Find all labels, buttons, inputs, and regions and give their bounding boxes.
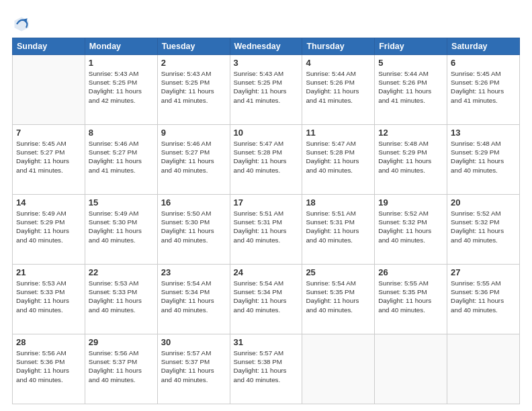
calendar-cell: 24Sunrise: 5:54 AM Sunset: 5:34 PM Dayli… [230, 265, 302, 334]
day-number: 17 [234, 197, 299, 208]
day-number: 29 [89, 337, 154, 347]
day-info: Sunrise: 5:54 AM Sunset: 5:34 PM Dayligh… [161, 279, 226, 314]
calendar-cell: 25Sunrise: 5:54 AM Sunset: 5:35 PM Dayli… [302, 265, 375, 334]
calendar-cell: 28Sunrise: 5:56 AM Sunset: 5:36 PM Dayli… [13, 334, 85, 404]
calendar-cell: 7Sunrise: 5:45 AM Sunset: 5:27 PM Daylig… [13, 125, 85, 195]
day-info: Sunrise: 5:48 AM Sunset: 5:29 PM Dayligh… [451, 139, 516, 175]
weekday-header-thursday: Thursday [302, 38, 375, 55]
day-info: Sunrise: 5:56 AM Sunset: 5:36 PM Dayligh… [16, 349, 81, 384]
day-info: Sunrise: 5:46 AM Sunset: 5:27 PM Dayligh… [161, 139, 226, 175]
day-info: Sunrise: 5:44 AM Sunset: 5:26 PM Dayligh… [306, 69, 371, 105]
calendar-cell: 3Sunrise: 5:43 AM Sunset: 5:25 PM Daylig… [230, 55, 302, 125]
calendar-cell: 20Sunrise: 5:52 AM Sunset: 5:32 PM Dayli… [447, 195, 520, 265]
day-number: 18 [306, 197, 371, 208]
day-info: Sunrise: 5:46 AM Sunset: 5:27 PM Dayligh… [89, 139, 154, 175]
calendar-cell: 2Sunrise: 5:43 AM Sunset: 5:25 PM Daylig… [157, 55, 230, 125]
day-info: Sunrise: 5:50 AM Sunset: 5:30 PM Dayligh… [161, 209, 226, 244]
calendar-cell: 22Sunrise: 5:53 AM Sunset: 5:33 PM Dayli… [85, 265, 157, 334]
weekday-header-row: SundayMondayTuesdayWednesdayThursdayFrid… [13, 38, 520, 55]
calendar-cell [375, 334, 447, 404]
calendar-week-row: 21Sunrise: 5:53 AM Sunset: 5:33 PM Dayli… [13, 265, 520, 334]
day-number: 23 [161, 267, 226, 277]
day-info: Sunrise: 5:52 AM Sunset: 5:32 PM Dayligh… [378, 209, 443, 244]
day-info: Sunrise: 5:48 AM Sunset: 5:29 PM Dayligh… [378, 139, 443, 175]
day-info: Sunrise: 5:43 AM Sunset: 5:25 PM Dayligh… [161, 69, 226, 105]
day-number: 15 [89, 197, 154, 208]
day-info: Sunrise: 5:44 AM Sunset: 5:26 PM Dayligh… [378, 69, 443, 105]
calendar-cell: 16Sunrise: 5:50 AM Sunset: 5:30 PM Dayli… [157, 195, 230, 265]
day-number: 9 [161, 128, 226, 138]
day-number: 7 [16, 128, 81, 138]
day-number: 6 [451, 58, 516, 68]
day-info: Sunrise: 5:54 AM Sunset: 5:34 PM Dayligh… [234, 279, 299, 314]
day-info: Sunrise: 5:55 AM Sunset: 5:35 PM Dayligh… [378, 279, 443, 314]
calendar-cell [302, 334, 375, 404]
weekday-header-monday: Monday [85, 38, 157, 55]
calendar-week-row: 28Sunrise: 5:56 AM Sunset: 5:36 PM Dayli… [13, 334, 520, 404]
calendar-cell: 12Sunrise: 5:48 AM Sunset: 5:29 PM Dayli… [375, 125, 447, 195]
calendar-cell: 6Sunrise: 5:45 AM Sunset: 5:26 PM Daylig… [447, 55, 520, 125]
calendar-cell: 19Sunrise: 5:52 AM Sunset: 5:32 PM Dayli… [375, 195, 447, 265]
day-info: Sunrise: 5:53 AM Sunset: 5:33 PM Dayligh… [89, 279, 154, 314]
day-info: Sunrise: 5:51 AM Sunset: 5:31 PM Dayligh… [306, 209, 371, 244]
calendar-week-row: 1Sunrise: 5:43 AM Sunset: 5:25 PM Daylig… [13, 55, 520, 125]
day-info: Sunrise: 5:54 AM Sunset: 5:35 PM Dayligh… [306, 279, 371, 314]
day-number: 26 [378, 267, 443, 277]
calendar-week-row: 14Sunrise: 5:49 AM Sunset: 5:29 PM Dayli… [13, 195, 520, 265]
day-info: Sunrise: 5:52 AM Sunset: 5:32 PM Dayligh… [451, 209, 516, 244]
calendar-cell: 26Sunrise: 5:55 AM Sunset: 5:35 PM Dayli… [375, 265, 447, 334]
day-number: 25 [306, 267, 371, 277]
weekday-header-friday: Friday [375, 38, 447, 55]
weekday-header-tuesday: Tuesday [157, 38, 230, 55]
day-info: Sunrise: 5:47 AM Sunset: 5:28 PM Dayligh… [306, 139, 371, 175]
day-number: 19 [378, 197, 443, 208]
day-info: Sunrise: 5:43 AM Sunset: 5:25 PM Dayligh… [234, 69, 299, 105]
day-number: 16 [161, 197, 226, 208]
day-number: 14 [16, 197, 81, 208]
day-info: Sunrise: 5:45 AM Sunset: 5:27 PM Dayligh… [16, 139, 81, 175]
calendar-cell: 9Sunrise: 5:46 AM Sunset: 5:27 PM Daylig… [157, 125, 230, 195]
day-info: Sunrise: 5:57 AM Sunset: 5:37 PM Dayligh… [161, 349, 226, 384]
calendar-cell: 27Sunrise: 5:55 AM Sunset: 5:36 PM Dayli… [447, 265, 520, 334]
day-info: Sunrise: 5:53 AM Sunset: 5:33 PM Dayligh… [16, 279, 81, 314]
weekday-header-saturday: Saturday [447, 38, 520, 55]
day-number: 12 [378, 128, 443, 138]
calendar-cell: 14Sunrise: 5:49 AM Sunset: 5:29 PM Dayli… [13, 195, 85, 265]
calendar-cell: 11Sunrise: 5:47 AM Sunset: 5:28 PM Dayli… [302, 125, 375, 195]
page: SundayMondayTuesdayWednesdayThursdayFrid… [0, 0, 532, 411]
calendar-cell [13, 55, 85, 125]
weekday-header-sunday: Sunday [13, 38, 85, 55]
calendar-cell: 29Sunrise: 5:56 AM Sunset: 5:37 PM Dayli… [85, 334, 157, 404]
day-number: 21 [16, 267, 81, 277]
calendar-cell: 15Sunrise: 5:49 AM Sunset: 5:30 PM Dayli… [85, 195, 157, 265]
calendar-cell: 17Sunrise: 5:51 AM Sunset: 5:31 PM Dayli… [230, 195, 302, 265]
day-info: Sunrise: 5:57 AM Sunset: 5:38 PM Dayligh… [234, 349, 299, 384]
calendar-cell: 1Sunrise: 5:43 AM Sunset: 5:25 PM Daylig… [85, 55, 157, 125]
day-info: Sunrise: 5:51 AM Sunset: 5:31 PM Dayligh… [234, 209, 299, 244]
day-number: 27 [451, 267, 516, 277]
calendar-cell: 30Sunrise: 5:57 AM Sunset: 5:37 PM Dayli… [157, 334, 230, 404]
calendar-cell: 23Sunrise: 5:54 AM Sunset: 5:34 PM Dayli… [157, 265, 230, 334]
day-number: 10 [234, 128, 299, 138]
calendar-cell: 21Sunrise: 5:53 AM Sunset: 5:33 PM Dayli… [13, 265, 85, 334]
day-info: Sunrise: 5:56 AM Sunset: 5:37 PM Dayligh… [89, 349, 154, 384]
calendar-cell: 13Sunrise: 5:48 AM Sunset: 5:29 PM Dayli… [447, 125, 520, 195]
day-number: 8 [89, 128, 154, 138]
day-info: Sunrise: 5:49 AM Sunset: 5:29 PM Dayligh… [16, 209, 81, 244]
day-info: Sunrise: 5:47 AM Sunset: 5:28 PM Dayligh… [234, 139, 299, 175]
day-info: Sunrise: 5:55 AM Sunset: 5:36 PM Dayligh… [451, 279, 516, 314]
calendar-cell: 8Sunrise: 5:46 AM Sunset: 5:27 PM Daylig… [85, 125, 157, 195]
day-number: 11 [306, 128, 371, 138]
day-number: 5 [378, 58, 443, 68]
day-number: 28 [16, 337, 81, 347]
day-number: 22 [89, 267, 154, 277]
day-number: 24 [234, 267, 299, 277]
calendar-cell: 5Sunrise: 5:44 AM Sunset: 5:26 PM Daylig… [375, 55, 447, 125]
weekday-header-wednesday: Wednesday [230, 38, 302, 55]
day-number: 4 [306, 58, 371, 68]
day-number: 31 [234, 337, 299, 347]
calendar-cell: 18Sunrise: 5:51 AM Sunset: 5:31 PM Dayli… [302, 195, 375, 265]
day-number: 1 [89, 58, 154, 68]
calendar-week-row: 7Sunrise: 5:45 AM Sunset: 5:27 PM Daylig… [13, 125, 520, 195]
calendar-cell: 31Sunrise: 5:57 AM Sunset: 5:38 PM Dayli… [230, 334, 302, 404]
